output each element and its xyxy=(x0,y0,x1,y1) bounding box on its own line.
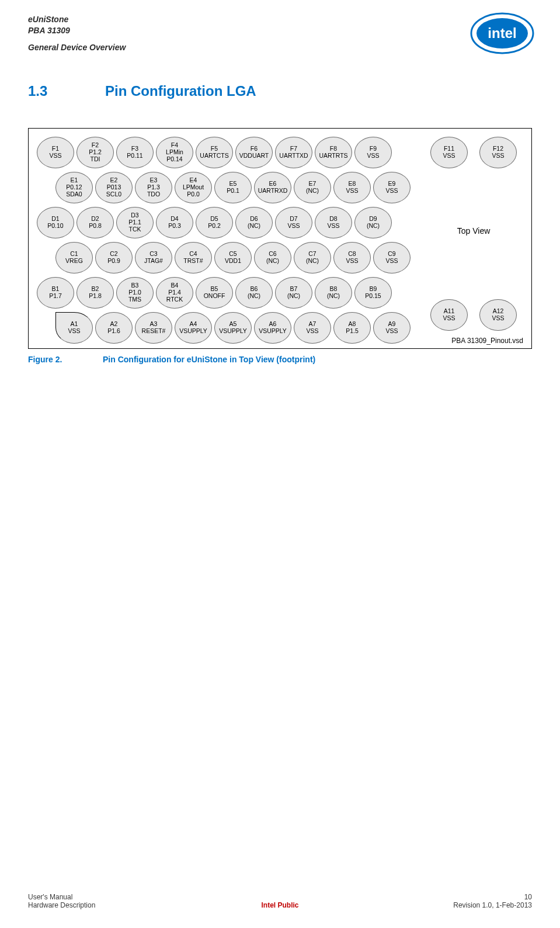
pin-label-1: ONOFF xyxy=(204,293,225,300)
pin-label-1: P013 xyxy=(107,184,121,191)
pin-label-1: P0.12 xyxy=(66,184,82,191)
pin-B5: B5ONOFF xyxy=(196,277,233,309)
pin-label-1: VSUPPLY xyxy=(219,328,247,335)
pin-label-1: P0.9 xyxy=(107,258,120,265)
pin-F1: F1VSS xyxy=(37,137,74,168)
pin-E2: E2P013SCL0 xyxy=(95,172,133,203)
pin-label-1: P1.0 xyxy=(128,289,141,296)
pin-label-1: VSS xyxy=(346,188,358,195)
pin-D5: D5P0.2 xyxy=(196,207,233,238)
footer-revision: Revision 1.0, 1-Feb-2013 xyxy=(453,901,532,909)
pin-B3: B3P1.0TMS xyxy=(116,277,154,309)
pin-B1: B1P1.7 xyxy=(37,277,74,309)
product-name: eUniStone xyxy=(28,15,68,24)
pin-label-1: (NC) xyxy=(306,188,319,195)
pin-label-1: P0.10 xyxy=(47,223,63,230)
pin-A1: A1VSS xyxy=(55,312,93,344)
part-number: PBA 31309 xyxy=(28,26,70,35)
pin-label-2: TDO xyxy=(147,191,160,198)
pin-F3: F3P0.11 xyxy=(116,137,154,168)
pin-F11: F11VSS xyxy=(430,137,468,168)
pin-D3: D3P1.1TCK xyxy=(116,207,154,238)
pin-label-1: VSS xyxy=(306,328,318,335)
pin-F8: F8UARTRTS xyxy=(315,137,352,168)
pin-label-1: VSS xyxy=(443,153,455,160)
pin-E7: E7(NC) xyxy=(294,172,331,203)
pin-label-1: P1.1 xyxy=(128,219,141,226)
pin-label-1: RESET# xyxy=(142,328,166,335)
pin-label-1: VSUPPLY xyxy=(179,328,207,335)
pin-label-1: VDD1 xyxy=(225,258,241,265)
footer-center: Intel Public xyxy=(261,901,298,909)
page-footer: User's Manual Hardware Description Intel… xyxy=(28,893,532,909)
intel-logo-icon: intel xyxy=(470,12,534,57)
pin-label-1: TRST# xyxy=(183,258,203,265)
pin-D6: D6(NC) xyxy=(235,207,273,238)
pin-label-1: VDDUART xyxy=(239,153,269,160)
pin-label-2: P0.14 xyxy=(166,156,182,163)
pin-B9: B9P0.15 xyxy=(354,277,392,309)
pin-label-1: UARTCTS xyxy=(200,153,228,160)
pin-D7: D7VSS xyxy=(275,207,312,238)
pin-E9: E9VSS xyxy=(373,172,411,203)
pin-F9: F9VSS xyxy=(354,137,392,168)
pin-label-1: VSS xyxy=(385,328,398,335)
pin-F6: F6VDDUART xyxy=(235,137,273,168)
pin-label-1: VSS xyxy=(385,188,398,195)
section-heading: 1.3 Pin Configuration LGA xyxy=(28,83,532,100)
pin-label-1: P1.3 xyxy=(147,184,160,191)
vsd-filename-label: PBA 31309_Pinout.vsd xyxy=(451,337,523,345)
pin-A4: A4VSUPPLY xyxy=(175,312,212,344)
pin-C1: C1VREG xyxy=(55,242,93,273)
pinout-frame: F1VSSF2P1.2TDIF3P0.11F4LPMinP0.14F5UARTC… xyxy=(28,128,532,349)
pin-D9: D9(NC) xyxy=(354,207,392,238)
pin-F2: F2P1.2TDI xyxy=(76,137,114,168)
pin-B2: B2P1.8 xyxy=(76,277,114,309)
pin-F7: F7UARTTXD xyxy=(275,137,312,168)
pin-E3: E3P1.3TDO xyxy=(135,172,172,203)
pin-E4: E4LPMoutP0.0 xyxy=(175,172,212,203)
pin-F4: F4LPMinP0.14 xyxy=(156,137,193,168)
pin-label-1: P1.2 xyxy=(89,149,102,156)
pin-C6: C6(NC) xyxy=(254,242,291,273)
pin-label-1: VSS xyxy=(68,328,80,335)
pin-C8: C8VSS xyxy=(333,242,371,273)
pin-A7: A7VSS xyxy=(294,312,331,344)
pin-label-1: (NC) xyxy=(287,293,300,300)
pin-E5: E5P0.1 xyxy=(214,172,252,203)
pin-label-1: VSS xyxy=(492,315,504,322)
pin-D1: D1P0.10 xyxy=(37,207,74,238)
figure-caption-lead: Figure 2. xyxy=(28,355,75,364)
logo-text: intel xyxy=(488,25,516,41)
pin-A2: A2P1.6 xyxy=(95,312,133,344)
pin-label-1: VSS xyxy=(327,223,339,230)
pin-label-1: P1.6 xyxy=(107,328,120,335)
footer-right: 10 Revision 1.0, 1-Feb-2013 xyxy=(368,893,532,909)
pin-B7: B7(NC) xyxy=(275,277,312,309)
pin-label-1: P1.4 xyxy=(168,289,181,296)
pin-F5: F5UARTCTS xyxy=(196,137,233,168)
pin-label-1: P1.8 xyxy=(89,293,102,300)
section-overview: General Device Overview xyxy=(28,42,126,53)
pin-label-1: P0.3 xyxy=(168,223,181,230)
pin-B6: B6(NC) xyxy=(235,277,273,309)
pin-D4: D4P0.3 xyxy=(156,207,193,238)
pin-A9: A9VSS xyxy=(373,312,411,344)
pin-B4: B4P1.4RTCK xyxy=(156,277,193,309)
pin-A3: A3RESET# xyxy=(135,312,172,344)
pin-C9: C9VSS xyxy=(373,242,411,273)
topview-label: Top View xyxy=(457,226,491,236)
figure-pinout: F1VSSF2P1.2TDIF3P0.11F4LPMinP0.14F5UARTC… xyxy=(28,128,532,364)
pin-label-1: P0.11 xyxy=(127,153,142,160)
pin-C2: C2P0.9 xyxy=(95,242,133,273)
pin-label-1: VSS xyxy=(346,258,358,265)
pin-B8: B8(NC) xyxy=(315,277,352,309)
figure-caption-text: Pin Configuration for eUniStone in Top V… xyxy=(103,355,315,364)
header-text-block: eUniStone PBA 31309 General Device Overv… xyxy=(28,14,126,53)
pin-label-1: VSUPPLY xyxy=(259,328,287,335)
pin-pair-bottom: A11VSSA12VSS xyxy=(430,299,517,331)
pin-label-1: (NC) xyxy=(367,223,380,230)
pin-C3: C3JTAG# xyxy=(135,242,172,273)
pin-E6: E6UARTRXD xyxy=(254,172,291,203)
pin-A8: A8P1.5 xyxy=(333,312,371,344)
